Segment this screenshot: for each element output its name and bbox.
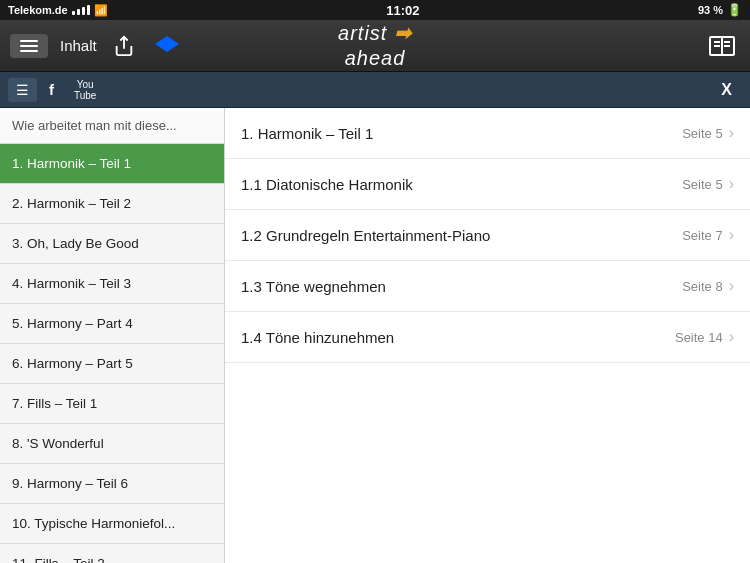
brand-logo: artist ➡ ahead (338, 21, 412, 69)
status-bar: Telekom.de 📶 11:02 93 % 🔋 (0, 0, 750, 20)
sidebar-item-6[interactable]: 7. Fills – Teil 1 (0, 384, 224, 424)
content-row-title-0: 1. Harmonik – Teil 1 (241, 125, 682, 142)
content-row-0[interactable]: 1. Harmonik – Teil 1Seite 5› (225, 108, 750, 159)
list-view-button[interactable]: ☰ (8, 78, 37, 102)
book-button[interactable] (704, 31, 740, 61)
book-icon (708, 35, 736, 57)
list-icon: ☰ (16, 82, 29, 98)
content-row-page-2: Seite 7 (682, 228, 722, 243)
sidebar-item-3[interactable]: 4. Harmonik – Teil 3 (0, 264, 224, 304)
content-row-3[interactable]: 1.3 Töne wegnehmenSeite 8› (225, 261, 750, 312)
chevron-icon-1: › (729, 175, 734, 193)
battery-label: 93 % (698, 4, 723, 16)
sidebar-item-4[interactable]: 5. Harmony – Part 4 (0, 304, 224, 344)
content-rows-container: 1. Harmonik – Teil 1Seite 5›1.1 Diatonis… (225, 108, 750, 363)
menu-label: Inhalt (60, 37, 97, 54)
signal-icon (72, 5, 90, 15)
youtube-button[interactable]: YouTube (66, 75, 104, 105)
chevron-icon-0: › (729, 124, 734, 142)
sidebar-items-container: 1. Harmonik – Teil 12. Harmonik – Teil 2… (0, 144, 224, 563)
content-row-title-1: 1.1 Diatonische Harmonik (241, 176, 682, 193)
share-icon (113, 35, 135, 57)
brand-line1: artist ➡ (338, 22, 412, 44)
chevron-icon-4: › (729, 328, 734, 346)
sidebar: Wie arbeitet man mit diese... 1. Harmoni… (0, 108, 225, 563)
dropbox-icon (155, 34, 179, 58)
content-row-page-4: Seite 14 (675, 330, 723, 345)
sidebar-item-1[interactable]: 2. Harmonik – Teil 2 (0, 184, 224, 224)
dropbox-button[interactable] (151, 30, 183, 62)
content-row-page-3: Seite 8 (682, 279, 722, 294)
close-button[interactable]: X (711, 77, 742, 103)
content-row-title-4: 1.4 Töne hinzunehmen (241, 329, 675, 346)
top-toolbar: Inhalt artist ➡ ahead (0, 20, 750, 72)
status-right: 93 % 🔋 (698, 3, 742, 17)
sidebar-intro: Wie arbeitet man mit diese... (0, 108, 224, 144)
sidebar-item-7[interactable]: 8. 'S Wonderful (0, 424, 224, 464)
sidebar-item-9[interactable]: 10. Typische Harmoniefol... (0, 504, 224, 544)
brand-line2: ahead (345, 47, 406, 69)
sidebar-item-8[interactable]: 9. Harmony – Teil 6 (0, 464, 224, 504)
content-panel: 1. Harmonik – Teil 1Seite 5›1.1 Diatonis… (225, 108, 750, 563)
carrier-label: Telekom.de (8, 4, 68, 16)
sub-toolbar: ☰ f YouTube X (0, 72, 750, 108)
content-row-page-1: Seite 5 (682, 177, 722, 192)
sidebar-item-5[interactable]: 6. Harmony – Part 5 (0, 344, 224, 384)
sidebar-item-10[interactable]: 11. Fills – Teil 2 (0, 544, 224, 563)
youtube-icon: YouTube (74, 79, 96, 101)
chevron-icon-3: › (729, 277, 734, 295)
content-row-title-3: 1.3 Töne wegnehmen (241, 278, 682, 295)
content-row-page-0: Seite 5 (682, 126, 722, 141)
facebook-icon: f (49, 81, 54, 98)
content-row-2[interactable]: 1.2 Grundregeln Entertainment-PianoSeite… (225, 210, 750, 261)
status-left: Telekom.de 📶 (8, 4, 108, 17)
wifi-icon: 📶 (94, 4, 108, 17)
facebook-button[interactable]: f (41, 77, 62, 102)
close-label: X (721, 81, 732, 98)
content-row-4[interactable]: 1.4 Töne hinzunehmenSeite 14› (225, 312, 750, 363)
menu-icon (20, 40, 38, 42)
sidebar-item-0[interactable]: 1. Harmonik – Teil 1 (0, 144, 224, 184)
menu-button[interactable] (10, 34, 48, 58)
toolbar-right (704, 31, 740, 61)
time-display: 11:02 (386, 3, 419, 18)
chevron-icon-2: › (729, 226, 734, 244)
content-row-1[interactable]: 1.1 Diatonische HarmonikSeite 5› (225, 159, 750, 210)
share-button[interactable] (109, 31, 139, 61)
content-row-title-2: 1.2 Grundregeln Entertainment-Piano (241, 227, 682, 244)
main-content: Wie arbeitet man mit diese... 1. Harmoni… (0, 108, 750, 563)
battery-icon: 🔋 (727, 3, 742, 17)
sidebar-item-2[interactable]: 3. Oh, Lady Be Good (0, 224, 224, 264)
toolbar-left: Inhalt (10, 30, 183, 62)
